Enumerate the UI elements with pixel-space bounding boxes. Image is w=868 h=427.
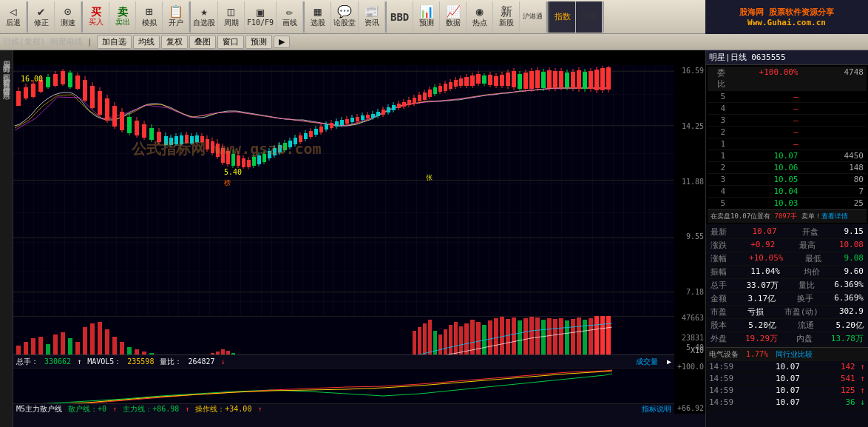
sidebar-item-kline[interactable]: K线图: [1, 62, 12, 70]
industry-compare-link[interactable]: 同行业比较: [776, 350, 813, 358]
ob-sell-2: 2 —: [708, 127, 867, 138]
chart-title-label: 日线(复权) 明星电缆: [3, 36, 83, 47]
speed-button[interactable]: ⊙ 测速: [55, 1, 81, 33]
simulate-button[interactable]: ⊞ 模拟: [136, 1, 163, 33]
f10-icon: ▣: [257, 7, 264, 19]
correct-button[interactable]: ✔ 修正: [28, 1, 55, 33]
si-outer-inner: 外盘 19.29万 内盘 13.78万: [708, 332, 867, 346]
main-content: 应用 分时图 K线图 个股资料 自选股 综合排名 牛只总 ◆ ◆ ◆ ◆ ◆ ◆…: [0, 50, 868, 427]
brand-name: 股海网 股票软件资源分享: [739, 7, 834, 18]
draw-button[interactable]: ✏ 画线: [277, 1, 303, 33]
vol-label-mid: 23831: [674, 334, 705, 342]
hotspot-button[interactable]: ◉ 热点: [467, 1, 493, 33]
sidebar-item-ranking[interactable]: 综合排名: [1, 80, 12, 83]
ob-middle-note: 在卖盘10.07位置有 7097手 卖单！查看详情: [708, 209, 867, 223]
ob-sell-1: 1 —: [708, 138, 867, 150]
sell-button[interactable]: 卖 卖出: [109, 1, 136, 33]
buy-button[interactable]: 买 买入: [83, 1, 109, 33]
draw-icon: ✏: [286, 6, 294, 18]
newstock-button[interactable]: 新 新股: [493, 1, 520, 33]
data-button[interactable]: 📈 数据: [440, 1, 467, 33]
select-button[interactable]: ▦ 选股: [305, 1, 331, 33]
back-icon: ◁: [10, 6, 17, 18]
sidebar-item-timechart[interactable]: 分时图: [1, 58, 12, 61]
f10-button[interactable]: ▣ F10/F9: [245, 1, 277, 33]
hotspot-icon: ◉: [476, 6, 484, 18]
back-button[interactable]: ◁ 后退: [0, 1, 27, 33]
ob-buy-5: 5 10.03 25: [708, 198, 867, 209]
data-icon: 📈: [446, 6, 461, 18]
industry-pct: 1.77%: [746, 350, 768, 358]
indicator-explain-link[interactable]: 指标说明: [642, 404, 671, 414]
price-label-2: 14.25: [674, 122, 705, 130]
si-amount: 金额 3.17亿 换手 6.369%: [708, 292, 867, 306]
hkconnect-button[interactable]: 沪港通: [520, 1, 546, 33]
sidebar-item-app[interactable]: 应用: [1, 53, 12, 56]
svg-text:公式指标网 www.gszb.com: 公式指标网 www.gszb.com: [131, 140, 322, 158]
discuss-button[interactable]: 💬 论股堂: [331, 1, 359, 33]
add-watchlist-btn[interactable]: 加自选: [97, 35, 132, 49]
restore-btn[interactable]: 复权: [161, 35, 188, 49]
mavol5-label: MAVOL5：: [87, 357, 121, 367]
predict-btn2[interactable]: 预测: [245, 35, 272, 49]
account-button[interactable]: 📋 开户: [163, 1, 189, 33]
svg-text:榜: 榜: [224, 179, 231, 186]
ind-label-top: +100.0: [674, 363, 705, 371]
hkconnect-icon: 沪港通: [523, 13, 543, 20]
chart-canvas: ◆ ◆ ◆ ◆ ◆ ◆ ◆ ◆ ◆: [13, 50, 705, 427]
predict-button[interactable]: 📊 预测: [413, 1, 440, 33]
stock-name: 明星|日线 0635555: [709, 53, 786, 62]
si-amplitude: 振幅 11.04% 均价 9.60: [708, 266, 867, 279]
sell-icon: 卖: [118, 7, 128, 17]
trade-row-2: 14:59 10.07 541 ↑: [706, 373, 868, 385]
speed-icon: ⊙: [64, 6, 72, 18]
chart-indicator-link[interactable]: 成交量: [636, 357, 658, 367]
si-shares: 股本 5.20亿 流通 5.20亿: [708, 319, 867, 332]
tool-group1: ✔ 修正 ⊙ 测速: [28, 1, 83, 33]
sidebar-item-stockinfo[interactable]: 个股资料: [1, 71, 12, 74]
predict-icon: 📊: [419, 6, 434, 18]
overlay-btn[interactable]: 叠图: [189, 35, 216, 49]
account-icon: 📋: [169, 6, 183, 18]
bbd-icon: BBD: [390, 12, 409, 22]
news-button[interactable]: 📰 资讯: [359, 1, 385, 33]
individual-button[interactable]: 个股: [576, 1, 603, 33]
index-button[interactable]: 指数: [549, 1, 576, 33]
si-pct: 涨幅 +10.05% 最低 9.08: [708, 252, 867, 266]
stock-info-panel: 最新 10.07 开盘 9.15 涨跌 +0.92 最高 10.08 涨幅 +1…: [706, 224, 868, 347]
ob-buy-2: 2 10.06 148: [708, 162, 867, 174]
watchlist-button[interactable]: ★ 自选股: [191, 1, 218, 33]
svg-text:5.40: 5.40: [224, 168, 242, 176]
avg-line-btn[interactable]: 均线: [133, 35, 160, 49]
bbd-button[interactable]: BBD: [387, 1, 413, 33]
ind-label-bottom: +66.92: [674, 404, 705, 412]
total-hand-value: 330662: [44, 357, 71, 366]
vol-label-x10: X10: [674, 346, 705, 354]
ob-buy-3: 3 10.05 80: [708, 174, 867, 186]
play-btn[interactable]: ▶: [274, 36, 290, 48]
mavol5-value: 235598: [127, 357, 154, 366]
sidebar-item-bull[interactable]: 牛只总: [1, 84, 12, 87]
trade-row-4: 14:59 10.07 36 ↓: [706, 397, 868, 408]
ratio-value: 264827: [188, 357, 214, 366]
ratio-label: 量比：: [160, 357, 182, 367]
select-icon: ▦: [314, 6, 322, 18]
price-axis: 16.59 14.25 11.88 9.55 7.18 5.40: [674, 65, 705, 353]
window-btn[interactable]: 窗口: [217, 35, 244, 49]
sidebar-item-watchlist[interactable]: 自选股: [1, 75, 12, 78]
tool-group2: ★ 自选股 ◫ 周期 ▣ F10/F9 ✏ 画线: [191, 1, 305, 33]
nav-group: ◁ 后退: [0, 1, 28, 33]
industry-name: 电气设备: [709, 350, 739, 358]
ob-buy-4: 4 10.04 7: [708, 186, 867, 198]
chart-bottom-bar: [13, 414, 705, 427]
ob-sell-5: 5 —: [708, 91, 867, 103]
ob-header-row: 委比 +100.00% 4748: [708, 67, 867, 91]
trade-list: 14:59 10.07 142 ↑ 14:59 10.07 541 ↑ 14:5…: [706, 361, 868, 427]
ob-sell-3: 3 —: [708, 115, 867, 127]
total-hand-label: 总手：: [16, 357, 38, 367]
watchlist-icon: ★: [200, 6, 208, 18]
tool-group4: BBD 📊 预测 📈 数据 ◉ 热点 新 新股 沪港通: [387, 1, 548, 33]
trade-row-1: 14:59 10.07 142 ↑: [706, 361, 868, 373]
period-icon: ◫: [228, 6, 235, 18]
period-button[interactable]: ◫ 周期: [218, 1, 245, 33]
